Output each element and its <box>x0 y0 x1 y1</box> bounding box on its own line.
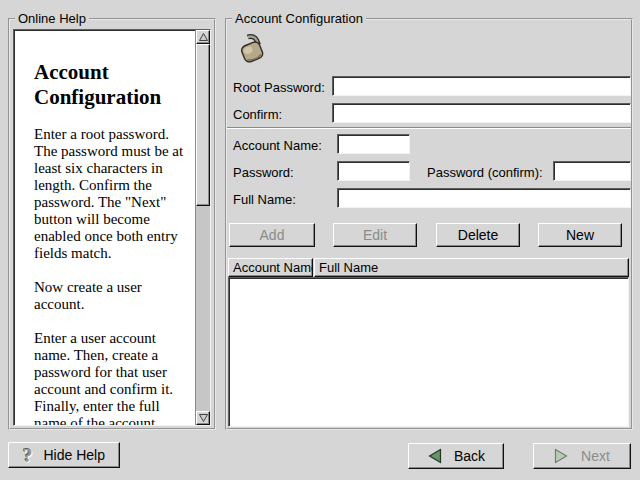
account-configuration-title: Account Configuration <box>232 11 366 26</box>
scroll-up-button[interactable] <box>196 30 210 44</box>
hide-help-button[interactable]: ? Hide Help <box>8 442 120 468</box>
separator <box>227 127 631 129</box>
help-viewport: Account Configuration Enter a root passw… <box>13 29 211 426</box>
scroll-trough[interactable] <box>196 206 210 411</box>
help-scrollbar[interactable] <box>195 30 210 425</box>
password-label: Password: <box>233 165 294 180</box>
back-button[interactable]: Back <box>408 443 504 469</box>
column-header-account-name[interactable]: Account Name <box>228 258 313 277</box>
edit-button[interactable]: Edit <box>333 223 417 247</box>
user-password-confirm-input[interactable] <box>553 161 631 181</box>
back-label: Back <box>454 448 485 464</box>
full-name-input[interactable] <box>337 188 631 208</box>
account-configuration-panel: Account Configuration Root Password: Con… <box>225 18 633 430</box>
padlock-icon <box>233 28 273 68</box>
help-heading: Account Configuration <box>34 60 193 110</box>
password-confirm-label: Password (confirm): <box>427 165 543 180</box>
help-paragraph: Enter a root password. The password must… <box>34 126 193 262</box>
delete-button[interactable]: Delete <box>436 223 520 247</box>
add-button[interactable]: Add <box>229 223 315 247</box>
user-password-input[interactable] <box>337 161 410 181</box>
scroll-thumb[interactable] <box>196 44 210 206</box>
confirm-label: Confirm: <box>233 107 282 122</box>
help-text: Account Configuration Enter a root passw… <box>14 30 195 425</box>
help-paragraph: Enter a user account name. Then, create … <box>34 330 193 425</box>
arrow-up-icon <box>199 33 208 41</box>
back-arrow-icon <box>427 448 442 464</box>
root-password-label: Root Password: <box>233 80 325 95</box>
column-header-full-name[interactable]: Full Name <box>314 258 629 277</box>
confirm-password-input[interactable] <box>332 103 631 123</box>
new-button[interactable]: New <box>538 223 622 247</box>
root-password-input[interactable] <box>332 76 631 96</box>
scroll-down-button[interactable] <box>196 411 210 425</box>
help-paragraph: Now create a user account. <box>34 279 193 313</box>
question-mark-icon: ? <box>23 446 33 465</box>
hide-help-label: Hide Help <box>44 447 105 463</box>
next-arrow-icon <box>554 448 569 464</box>
full-name-label: Full Name: <box>233 192 296 207</box>
online-help-panel: Online Help Account Configuration Enter … <box>8 18 216 430</box>
next-button[interactable]: Next <box>533 443 631 469</box>
account-name-input[interactable] <box>337 134 410 154</box>
account-name-label: Account Name: <box>233 138 322 153</box>
online-help-title: Online Help <box>15 11 89 26</box>
next-label: Next <box>581 448 610 464</box>
arrow-down-icon <box>199 414 208 422</box>
accounts-list[interactable] <box>228 277 629 427</box>
